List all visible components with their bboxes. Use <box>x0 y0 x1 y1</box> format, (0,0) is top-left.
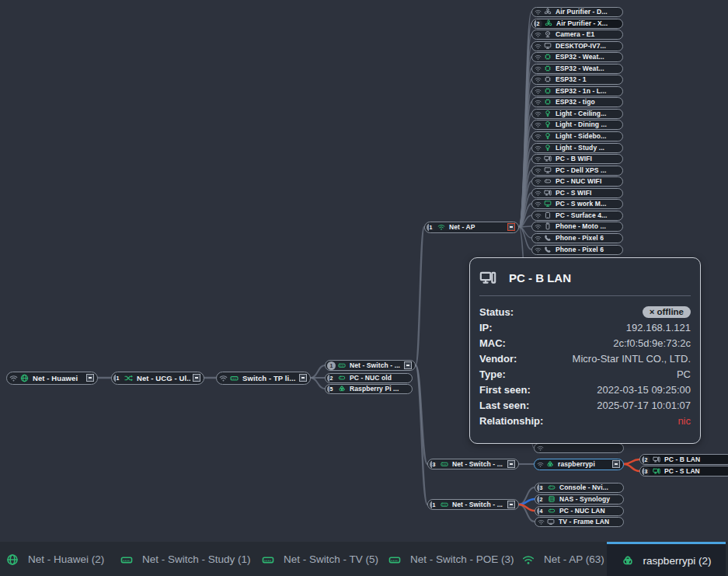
tab-net-ap-63[interactable]: Net - AP (63) <box>522 542 604 576</box>
tooltip-row-label: MAC: <box>479 337 506 349</box>
node-dev-pc-b-wifi[interactable]: PC - B WIFI <box>531 154 623 164</box>
tooltip-rows: Status:×offlineIP:192.168.1.121MAC:2c:f0… <box>478 304 692 428</box>
node-label: Phone - Moto ... <box>554 222 619 230</box>
device-count-badge: 3 <box>430 460 438 469</box>
tab-raspberrypi-2[interactable]: raspberrypi (2) <box>607 542 726 576</box>
node-dev-pc-s-wifi[interactable]: PC - S WIFI <box>531 188 623 198</box>
collapse-button[interactable] <box>404 361 412 369</box>
node-dev-pc-s-work[interactable]: PC - S work M... <box>531 199 623 209</box>
node-dev-light-ceiling[interactable]: Light - Ceiling... <box>531 109 623 119</box>
node-pc-nuc-lan[interactable]: 4PC - NUC LAN <box>535 506 624 516</box>
collapse-button[interactable] <box>193 374 200 382</box>
wifi-icon <box>535 110 542 117</box>
wifi-icon <box>535 145 542 152</box>
device-count-badge: 1 <box>113 374 122 382</box>
device-count-badge: 4 <box>537 507 545 515</box>
node-console-nvidia[interactable]: 3Console - Nvi... <box>535 483 624 493</box>
chip-icon <box>544 87 552 95</box>
mobile-icon <box>544 222 552 230</box>
node-dev-phone-pixel6-2[interactable]: Phone - Pixel 6 <box>531 245 623 255</box>
node-dev-air-purifier-d[interactable]: Air Purifier - D... <box>531 7 623 17</box>
node-dev-air-purifier-x[interactable]: 2Air Purifier - X... <box>531 19 623 29</box>
node-net-ucg[interactable]: 1Net - UCG - Ul... <box>111 372 204 385</box>
node-nas-synology[interactable]: 2NAS - Synology <box>535 494 624 504</box>
pc-icon <box>544 155 552 162</box>
wifi-icon <box>535 178 542 185</box>
device-details-tooltip: PC - B LAN Status:×offlineIP:192.168.1.1… <box>469 257 701 444</box>
tooltip-row: Vendor:Micro-Star INTL CO., LTD. <box>478 351 692 366</box>
node-label: Air Purifier - X... <box>555 19 619 27</box>
node-label: Console - Nvi... <box>558 483 620 491</box>
nas-icon <box>548 495 556 503</box>
node-dev-esp32-weat-1[interactable]: ESP32 - Weat... <box>531 52 623 62</box>
tab-label: Net - Switch - POE (3) <box>410 553 514 565</box>
monitor-icon <box>544 200 552 208</box>
node-label: ESP32 - 1 <box>554 75 619 83</box>
tooltip-row: Status:×offline <box>478 304 692 319</box>
tooltip-row-label: Last seen: <box>479 400 529 411</box>
tooltip-row-value: 2c:f0:5d:9e:73:2c <box>613 337 691 349</box>
node-dev-light-dining[interactable]: Light - Dining ... <box>531 120 623 130</box>
node-partially-hidden-device[interactable] <box>534 443 624 453</box>
node-dev-desktop-iv7[interactable]: DESKTOP-IV7... <box>531 41 623 51</box>
nuc-icon <box>548 507 556 515</box>
raspberry-icon <box>622 554 634 567</box>
collapse-button[interactable] <box>612 460 620 468</box>
tab-net-switch-poe-3[interactable]: Net - Switch - POE (3) <box>388 542 514 576</box>
node-dev-pc-nuc-wifi[interactable]: PC - NUC WIFI <box>531 176 623 187</box>
tab-label: Net - Huawei (2) <box>28 553 104 565</box>
node-raspberrypi-selected[interactable]: raspberrypi <box>534 459 624 470</box>
collapse-button[interactable] <box>507 460 515 468</box>
node-tv-frame-lan[interactable]: TV - Frame LAN <box>535 517 624 527</box>
collapse-button[interactable] <box>299 374 307 382</box>
bulb-icon <box>544 110 552 117</box>
node-raspberry-pi[interactable]: 5Raspberry Pi ... <box>325 384 413 394</box>
wifi-icon <box>535 201 542 208</box>
tooltip-row: Relationship:nic <box>478 413 692 428</box>
chip-icon <box>544 65 552 72</box>
collapse-button[interactable] <box>86 374 94 382</box>
node-dev-phone-moto[interactable]: Phone - Moto ... <box>531 222 623 232</box>
node-dev-esp32-weat-2[interactable]: ESP32 - Weat... <box>531 64 623 74</box>
wifi-icon <box>437 223 445 231</box>
device-count-badge: 2 <box>534 19 542 28</box>
tab-net-huawei-2[interactable]: Net - Huawei (2) <box>6 542 104 576</box>
wifi-icon <box>535 246 542 253</box>
wifi-icon <box>535 65 542 72</box>
node-switch-tp[interactable]: Switch - TP li... <box>216 372 311 385</box>
node-label: PC - Surface 4... <box>554 211 619 219</box>
node-label: Net - Switch - ... <box>451 501 505 508</box>
node-pc-nuc-old[interactable]: 2PC - NUC old <box>325 373 413 383</box>
node-label: PC - NUC WIFI <box>554 177 619 185</box>
node-dev-esp32-1n[interactable]: ESP32 - 1n - L... <box>531 86 623 96</box>
tab-net-switch-study-1[interactable]: Net - Switch - Study (1) <box>120 542 251 576</box>
tab-label: raspberrypi (2) <box>643 555 712 567</box>
tv-icon <box>547 518 555 525</box>
node-pc-b-lan[interactable]: 2PC - B LAN <box>639 454 728 465</box>
node-net-ap[interactable]: 1Net - AP <box>424 222 519 233</box>
device-count-badge: 3 <box>537 483 545 492</box>
node-dev-pc-dell-xps[interactable]: PC - Dell XPS ... <box>531 166 623 176</box>
node-pc-s-lan[interactable]: 3PC - S LAN <box>639 466 728 477</box>
node-net-switch-1[interactable]: 1Net - Switch - ... <box>427 499 519 510</box>
node-net-huawei[interactable]: Net - Huawei <box>6 372 98 385</box>
node-dev-pc-surface[interactable]: PC - Surface 4... <box>531 211 623 221</box>
node-dev-camera-e1[interactable]: Camera - E1 <box>531 30 623 40</box>
node-dev-esp32-tigo[interactable]: ESP32 - tigo <box>531 97 623 107</box>
tooltip-row-label: IP: <box>479 322 493 333</box>
collapse-button[interactable] <box>507 223 515 231</box>
wifi-icon <box>535 235 542 242</box>
edge <box>416 365 427 504</box>
tab-net-switch-tv-5[interactable]: Net - Switch - TV (5) <box>262 542 378 576</box>
device-count-badge: 3 <box>642 467 650 476</box>
node-net-switch-mid[interactable]: 1Net - Switch - ... <box>325 360 416 371</box>
node-net-switch-3[interactable]: 3Net - Switch - ... <box>427 459 519 470</box>
node-dev-phone-pixel6-1[interactable]: Phone - Pixel 6 <box>531 233 623 243</box>
collapse-button[interactable] <box>507 501 515 508</box>
node-dev-esp32-1[interactable]: ESP32 - 1 <box>531 75 623 85</box>
node-dev-light-sideboard[interactable]: Light - Sidebo... <box>531 131 623 141</box>
node-dev-light-study[interactable]: Light - Study ... <box>531 143 623 153</box>
tab-label: Net - Switch - Study (1) <box>142 553 251 565</box>
wifi-icon <box>535 43 542 50</box>
switch-icon <box>230 374 239 382</box>
